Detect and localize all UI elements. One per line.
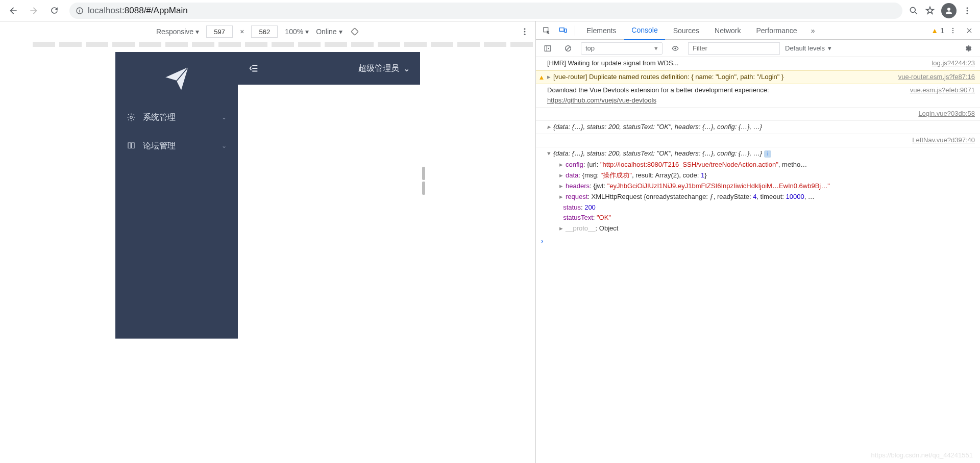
- log-levels-select[interactable]: Default levels ▾: [785, 44, 831, 52]
- clear-console-icon[interactable]: [560, 41, 576, 56]
- object-prop[interactable]: status: 200: [536, 202, 980, 213]
- sidebar-item-label: 论坛管理: [143, 141, 214, 151]
- object-prop[interactable]: ▸config: {url: "http://localhost:8080/T2…: [536, 160, 980, 170]
- zoom-select[interactable]: 100% ▾: [285, 28, 309, 36]
- sidebar-toggle-icon[interactable]: [540, 41, 555, 56]
- source-link[interactable]: vue-router.esm.js?fe87:16: [891, 72, 975, 83]
- user-label: 超级管理员: [358, 63, 399, 74]
- arrow-right-icon: [29, 6, 39, 16]
- chevron-down-icon: ⌄: [222, 142, 227, 149]
- browser-right-icons: [909, 3, 976, 18]
- svg-point-7: [967, 10, 968, 11]
- svg-rect-16: [565, 29, 566, 32]
- app-logo: [115, 52, 238, 103]
- object-prop[interactable]: ▸data: {msg: "操作成功", result: Array(2), c…: [536, 170, 980, 181]
- menu-collapse-icon[interactable]: [248, 63, 259, 74]
- svg-point-6: [967, 7, 968, 9]
- svg-rect-1: [79, 10, 80, 12]
- object-prop[interactable]: statusText: "OK": [536, 213, 980, 223]
- console-body[interactable]: [HMR] Waiting for update signal from WDS…: [536, 57, 980, 463]
- kebab-icon[interactable]: [945, 23, 961, 38]
- filter-input[interactable]: [688, 42, 780, 55]
- svg-point-13: [130, 116, 133, 119]
- warning-icon: ▲: [538, 72, 545, 83]
- rotate-icon[interactable]: [350, 27, 360, 37]
- context-select[interactable]: top: [581, 42, 663, 55]
- svg-rect-20: [545, 45, 551, 51]
- user-dropdown[interactable]: 超级管理员 ⌄: [358, 63, 410, 74]
- sidebar-item-system[interactable]: 系统管理 ⌄: [115, 103, 238, 132]
- warning-icon: ▲: [931, 27, 938, 35]
- object-prop[interactable]: ▸request: XMLHttpRequest {onreadystatech…: [536, 192, 980, 202]
- svg-point-8: [967, 12, 968, 14]
- book-icon: [127, 141, 136, 150]
- gear-icon: [127, 113, 136, 122]
- log-row[interactable]: [HMR] Waiting for update signal from WDS…: [536, 57, 980, 70]
- viewport-width-input[interactable]: [206, 25, 233, 38]
- app-sidebar: 系统管理 ⌄ 论坛管理 ⌄: [115, 52, 238, 339]
- reload-button[interactable]: [45, 2, 63, 20]
- svg-rect-9: [351, 28, 358, 35]
- svg-rect-2: [79, 9, 80, 9]
- viewport-height-input[interactable]: [251, 25, 278, 38]
- console-toolbar: top Default levels ▾: [536, 40, 980, 57]
- watermark: https://blog.csdn.net/qq_44241551: [871, 451, 973, 459]
- app-header: 超级管理员 ⌄: [238, 52, 420, 85]
- device-toggle-icon[interactable]: [555, 23, 571, 38]
- profile-avatar[interactable]: [941, 3, 957, 18]
- tab-sources[interactable]: Sources: [666, 21, 706, 40]
- source-link[interactable]: vue.esm.js?efeb:9071: [903, 85, 975, 107]
- source-link[interactable]: LeftNav.vue?d397:40: [905, 135, 975, 146]
- kebab-icon[interactable]: [520, 27, 529, 36]
- devtools-tabs: Elements Console Sources Network Perform…: [536, 21, 980, 40]
- tab-performance[interactable]: Performance: [749, 21, 804, 40]
- tab-network[interactable]: Network: [707, 21, 748, 40]
- svg-point-3: [910, 7, 915, 12]
- reload-icon: [50, 6, 59, 15]
- source-link-row: Login.vue?03db:58: [536, 108, 980, 121]
- svg-line-4: [915, 12, 917, 14]
- log-row-warning[interactable]: ▲ ▸[vue-router] Duplicate named routes d…: [536, 70, 980, 84]
- source-link[interactable]: log.js?4244:23: [924, 58, 975, 69]
- chevron-down-icon: ⌄: [222, 114, 227, 121]
- url-text: localhost:8088/#/AppMain: [88, 6, 188, 16]
- inspect-icon[interactable]: [539, 23, 554, 38]
- more-tabs-icon[interactable]: »: [805, 23, 821, 38]
- source-link-row: LeftNav.vue?d397:40: [536, 134, 980, 147]
- back-button[interactable]: [4, 2, 22, 20]
- log-row-object-expanded[interactable]: ▾{data: {…}, status: 200, statusText: "O…: [536, 147, 980, 160]
- app-viewport: 系统管理 ⌄ 论坛管理 ⌄ 超级管理员 ⌄: [115, 52, 420, 339]
- device-mode-select[interactable]: Responsive ▾: [156, 28, 199, 36]
- source-link[interactable]: Login.vue?03db:58: [911, 109, 975, 119]
- forward-button[interactable]: [24, 2, 43, 20]
- tab-console[interactable]: Console: [624, 21, 665, 40]
- kebab-icon[interactable]: [963, 6, 972, 15]
- log-row-object[interactable]: ▸{data: {…}, status: 200, statusText: "O…: [536, 121, 980, 134]
- object-prop[interactable]: ▸headers: {jwt: "eyJhbGciOiJIUzI1NiJ9.ey…: [536, 181, 980, 192]
- dim-separator: ×: [240, 28, 244, 36]
- log-row[interactable]: Download the Vue Devtools extension for …: [536, 84, 980, 108]
- settings-icon[interactable]: [961, 41, 976, 56]
- tab-elements[interactable]: Elements: [579, 21, 623, 40]
- paper-plane-icon: [163, 64, 190, 91]
- address-bar[interactable]: localhost:8088/#/AppMain: [69, 3, 902, 19]
- zoom-icon[interactable]: [909, 6, 919, 16]
- live-expression-icon[interactable]: [668, 41, 683, 56]
- console-prompt[interactable]: ›: [536, 234, 980, 249]
- svg-point-18: [952, 30, 953, 31]
- resize-handle[interactable]: [422, 167, 426, 197]
- svg-point-11: [524, 31, 526, 33]
- chevron-down-icon: ⌄: [403, 64, 410, 73]
- svg-point-5: [947, 8, 950, 11]
- star-icon[interactable]: [925, 6, 935, 16]
- close-devtools-icon[interactable]: [962, 23, 977, 38]
- sidebar-item-label: 系统管理: [143, 112, 214, 123]
- sidebar-item-forum[interactable]: 论坛管理 ⌄: [115, 132, 238, 160]
- devtools-link[interactable]: https://github.com/vuejs/vue-devtools: [547, 96, 656, 104]
- network-select[interactable]: Online ▾: [316, 28, 342, 36]
- warning-count[interactable]: ▲1: [931, 27, 944, 35]
- person-icon: [944, 6, 953, 15]
- svg-point-12: [524, 34, 526, 35]
- object-prop[interactable]: ▸__proto__: Object: [536, 223, 980, 234]
- svg-line-23: [567, 46, 570, 50]
